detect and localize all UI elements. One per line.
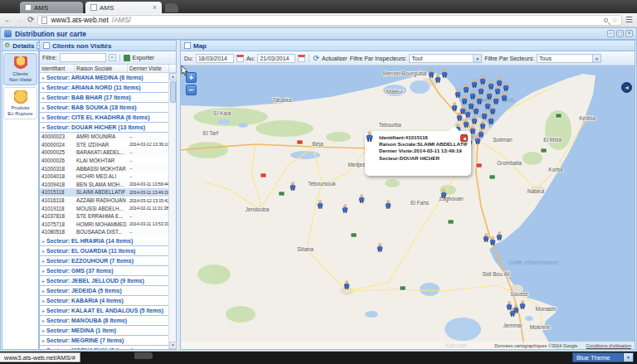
column-raison-sociale[interactable]: Raison Sociale [75,65,128,72]
chevron-down-icon[interactable]: ▼ [592,55,601,62]
list-scrollbar[interactable]: ▲ ▼ [168,73,176,349]
cell-col-id: 40000025 [40,149,75,155]
scroll-up-icon[interactable]: ▲ [169,73,177,80]
details-header[interactable]: ⚙ Détails − [2,41,38,51]
date-to-input[interactable]: 21/03/2014 [257,54,295,63]
sidebar-item-clients-non-visite[interactable]: Clients Non Visité [3,53,37,85]
close-icon[interactable]: ✕ [625,30,633,37]
client-row[interactable]: 40000023AMRI MOUNIRA-- [40,133,169,141]
group-row[interactable]: ▸Secteur: CITE EL KHADHRA (6 Items) [40,113,169,123]
actualiser-button[interactable]: Actualiser [322,56,348,61]
toolbar-separator [309,54,309,62]
client-row[interactable]: 41016118AZZABI RADHOUAN2014-03-12 13:15:… [40,197,169,205]
group-row[interactable]: ▸Secteur: ARIANA MEDINA (8 Items) [40,73,169,83]
calendar-icon[interactable] [298,55,305,62]
group-expand-icon[interactable]: ▸ [42,269,45,274]
inspecteurs-select[interactable]: Tout ▼ [409,54,482,63]
minimize-icon[interactable]: ─ [607,30,615,37]
group-row[interactable]: ▸Secteur: KABARIA (4 Items) [40,296,169,306]
expand-panel-icon[interactable]: ◄ [621,82,632,93]
browser-tab-1[interactable]: AMS [20,2,83,13]
group-expand-icon[interactable]: ▸ [42,348,45,349]
back-icon[interactable]: ← [4,16,12,24]
map-canvas[interactable]: TabarkaEl KalaEl TarfMateurMenzel Bourgu… [181,66,635,349]
client-row[interactable]: 41037818STE ERRAHMA E...-- [40,212,169,221]
forward-icon[interactable]: → [16,16,24,24]
group-row[interactable]: ▸Secteur: MEDINA (1 Item) [40,326,169,336]
filter-input[interactable] [60,53,106,62]
group-expand-icon[interactable]: ▸ [42,115,45,120]
group-row[interactable]: ▸Secteur: KALAAT EL ANDALOUS (5 Items) [40,306,169,316]
url-bar[interactable]: www3.ats-web.net /AMS/ ☆ [37,15,622,26]
group-row[interactable]: ▸Secteur: ARIANA NORD (11 Items) [40,83,169,93]
group-expand-icon[interactable]: ▸ [42,308,45,313]
tab-favicon-icon [90,4,97,11]
browser-menu-icon[interactable]: ☰ [625,16,633,24]
group-expand-icon[interactable]: ▸ [42,298,45,303]
group-row[interactable]: ▸Secteur: MANOUBA (8 Items) [40,316,169,326]
client-row[interactable]: 41075718HOMRI MOHAMMED2014-03-11 13:53:3… [40,221,169,229]
search-icon[interactable] [604,18,608,22]
date-from-input[interactable]: 18/03/2014 [196,54,234,63]
group-label: Secteur: DOUAR HICHER (13 Items) [46,124,145,130]
group-expand-icon[interactable]: ▸ [42,289,45,294]
chevron-down-icon[interactable]: ▼ [473,55,481,62]
client-row[interactable]: 41080518BOUSAADA DIST...-- [40,228,169,236]
person-icon [365,131,374,142]
column-dernier-visite[interactable]: Dernier Visite [128,65,169,72]
group-expand-icon[interactable]: ▸ [42,75,45,80]
tab-close-icon[interactable]: × [153,4,157,12]
scroll-down-icon[interactable]: ▼ [169,342,177,349]
scroll-thumb[interactable] [170,81,176,103]
browser-tab-2[interactable]: AMS × [85,2,162,13]
terms-link[interactable]: Conditions d'utilisation [586,343,631,348]
group-expand-icon[interactable]: ▸ [42,95,45,100]
column-identifiant[interactable]: Identifiant [40,65,75,72]
group-row[interactable]: ▸Secteur: MORNAGUIA (8 Items) [40,346,169,349]
chevron-down-icon[interactable]: ▼ [623,353,633,362]
client-row[interactable]: 40000025BARAKATI ABDEL...-- [40,148,169,157]
group-row[interactable]: ▸Secteur: BAB BHAR (17 Items) [40,93,169,103]
group-expand-icon[interactable]: ▸ [42,318,45,323]
group-row[interactable]: ▸Secteur: GMS (37 Items) [40,266,169,276]
client-row[interactable]: 41015118SLAIMI ABDELLATIF2014-03-11 13:4… [40,188,169,197]
group-expand-icon[interactable]: ▸ [42,328,45,333]
group-row[interactable]: ▸Secteur: BAB SOUIKA (18 Items) [40,103,169,113]
marker-flag-icon[interactable] [460,134,468,142]
group-row[interactable]: ▸Secteur: EL HRAIRIA (14 Items) [40,236,169,246]
reload-icon[interactable]: ⟳ [27,16,34,24]
restore-icon[interactable]: ▢ [616,30,624,37]
map-town-label: Nabeul [528,188,545,194]
group-expand-icon[interactable]: ▸ [42,259,45,264]
export-button[interactable]: Exporter [133,55,154,61]
group-expand-icon[interactable]: ▸ [42,338,45,343]
bookmark-star-icon[interactable]: ☆ [611,17,618,24]
client-row[interactable]: 41004018HICHRI MED ALI-- [40,172,169,181]
theme-select[interactable]: Blue Theme ▼ [572,352,634,362]
group-row[interactable]: ▾Secteur: DOUAR HICHER (13 Items) [40,123,169,133]
cell-col-dv: -- [128,230,169,235]
client-row[interactable]: 40000024STE IZDIHAR2014-03-12 13:39:10 [40,141,169,149]
group-collapse-icon[interactable]: ▾ [42,125,45,130]
group-row[interactable]: ▸Secteur: JEBEL JELLOUD (9 Items) [40,276,169,286]
group-expand-icon[interactable]: ▸ [42,249,45,254]
group-row[interactable]: ▸Secteur: MEGRINE (7 Items) [40,336,169,346]
clear-filter-icon[interactable]: × [109,54,116,61]
secteurs-select[interactable]: Tous ▼ [537,54,601,63]
group-row[interactable]: ▸Secteur: EZZOUHOUR (7 Items) [40,256,169,266]
group-row[interactable]: ▸Secteur: JEDEIDA (5 Items) [40,286,169,296]
refresh-icon[interactable]: ⟳ [313,55,319,62]
sidebar-item-produits-en-rupture[interactable]: Produits En Rupture [3,87,37,119]
client-row[interactable]: 40000026KLAI MOKHTAR-- [40,157,169,165]
group-expand-icon[interactable]: ▸ [42,239,45,244]
client-row[interactable]: 41009418BEN SLAMA MOH...2014-03-11 13:59… [40,181,169,189]
zoom-out-button[interactable]: − [186,85,197,95]
new-tab-button[interactable] [165,3,178,12]
client-row[interactable]: 41019118MOUSSI ABDELH...2014-02-11 11:01… [40,204,169,212]
group-expand-icon[interactable]: ▸ [42,279,45,284]
client-row[interactable]: 41000318ABBASSI MOKHTAR-- [40,164,169,172]
group-row[interactable]: ▸Secteur: EL OUARDIA (11 Items) [40,246,169,256]
group-expand-icon[interactable]: ▸ [42,105,45,110]
group-expand-icon[interactable]: ▸ [42,85,45,90]
calendar-icon[interactable] [236,55,244,62]
